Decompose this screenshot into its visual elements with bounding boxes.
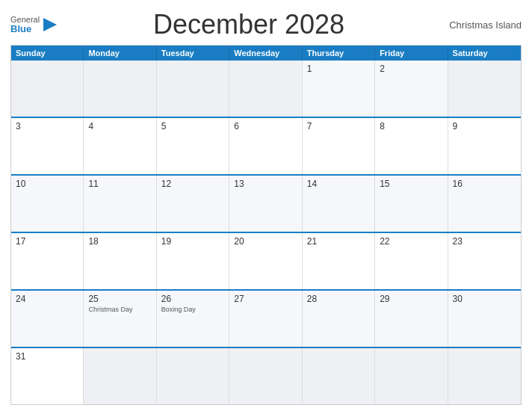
day-cell-28: 28: [303, 291, 375, 347]
week-row-6: 31: [11, 347, 521, 404]
day-cell-18: 18: [84, 233, 156, 289]
header-saturday: Saturday: [448, 46, 521, 61]
day-cell-19: 19: [157, 233, 229, 289]
day-cell-empty: [229, 348, 302, 404]
calendar-page: General Blue December 2028 Christmas Isl…: [0, 0, 532, 411]
location-label: Christmas Island: [439, 19, 522, 31]
header-tuesday: Tuesday: [157, 46, 229, 61]
day-cell-empty: [229, 61, 302, 117]
day-cell-20: 20: [229, 233, 302, 289]
day-headers-row: Sunday Monday Tuesday Wednesday Thursday…: [11, 46, 521, 61]
day-cell-25: 25 Christmas Day: [84, 291, 156, 347]
day-cell-3: 3: [11, 118, 84, 174]
day-cell-27: 27: [229, 291, 302, 347]
header-monday: Monday: [84, 46, 156, 61]
day-cell-empty: [84, 61, 156, 117]
day-cell-empty: [375, 348, 448, 404]
day-cell-15: 15: [375, 176, 448, 232]
day-cell-23: 23: [448, 233, 521, 289]
header-friday: Friday: [375, 46, 448, 61]
day-cell-29: 29: [375, 291, 448, 347]
event-christmas-day: Christmas Day: [88, 306, 151, 313]
day-cell-31: 31: [11, 348, 84, 404]
calendar-grid: Sunday Monday Tuesday Wednesday Thursday…: [10, 45, 522, 405]
day-cell-4: 4: [84, 118, 156, 174]
day-cell-21: 21: [303, 233, 375, 289]
day-cell-30: 30: [448, 291, 521, 347]
day-cell-7: 7: [303, 118, 375, 174]
week-row-2: 3 4 5 6 7 8 9: [11, 117, 521, 174]
logo-blue-text: Blue: [10, 24, 40, 34]
day-cell-9: 9: [448, 118, 521, 174]
logo: General Blue: [10, 16, 58, 34]
weeks-container: 1 2 3 4 5 6 7 8 9 10 11 12 13 14 15: [11, 61, 521, 404]
day-cell-1: 1: [303, 61, 375, 117]
day-cell-26: 26 Boxing Day: [157, 291, 229, 347]
svg-marker-0: [43, 18, 57, 31]
day-cell-24: 24: [11, 291, 84, 347]
day-cell-22: 22: [375, 233, 448, 289]
day-cell-empty: [157, 348, 229, 404]
header-wednesday: Wednesday: [229, 46, 302, 61]
day-cell-14: 14: [303, 176, 375, 232]
logo-flag-icon: [42, 16, 58, 33]
day-cell-16: 16: [448, 176, 521, 232]
day-cell-empty: [11, 61, 84, 117]
day-cell-13: 13: [229, 176, 302, 232]
day-cell-empty: [448, 61, 521, 117]
day-cell-empty: [84, 348, 156, 404]
day-cell-5: 5: [157, 118, 229, 174]
event-boxing-day: Boxing Day: [161, 306, 224, 313]
day-cell-10: 10: [11, 176, 84, 232]
week-row-1: 1 2: [11, 61, 521, 117]
day-cell-8: 8: [375, 118, 448, 174]
week-row-5: 24 25 Christmas Day 26 Boxing Day 27 28 …: [11, 289, 521, 347]
week-row-4: 17 18 19 20 21 22 23: [11, 232, 521, 289]
day-cell-11: 11: [84, 176, 156, 232]
day-cell-empty: [303, 348, 375, 404]
day-cell-12: 12: [157, 176, 229, 232]
day-cell-empty: [448, 348, 521, 404]
day-cell-2: 2: [375, 61, 448, 117]
logo-text: General Blue: [10, 16, 40, 34]
day-cell-17: 17: [11, 233, 84, 289]
week-row-3: 10 11 12 13 14 15 16: [11, 174, 521, 232]
day-cell-empty: [157, 61, 229, 117]
header-sunday: Sunday: [11, 46, 84, 61]
header-thursday: Thursday: [303, 46, 375, 61]
header: General Blue December 2028 Christmas Isl…: [10, 9, 522, 40]
month-title: December 2028: [58, 9, 439, 40]
day-cell-6: 6: [229, 118, 302, 174]
